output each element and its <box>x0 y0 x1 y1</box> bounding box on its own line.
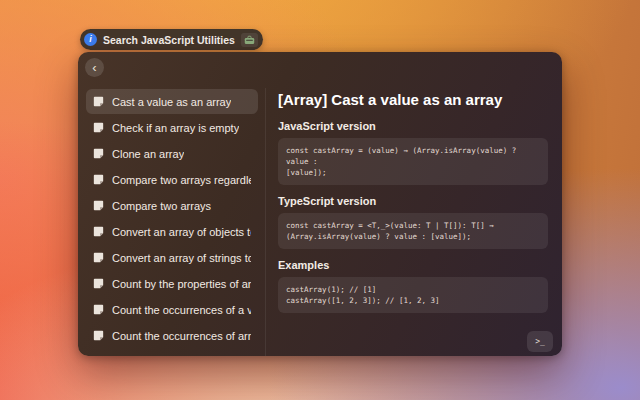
section-heading: JavaScript version <box>278 120 548 132</box>
list-item[interactable]: Clone an array <box>86 141 258 166</box>
info-icon: i <box>84 33 97 46</box>
detail-pane: [Array] Cast a value as an array JavaScr… <box>266 88 562 356</box>
list-item[interactable]: Count the occurrences of a val... <box>86 297 258 322</box>
document-icon <box>93 226 104 237</box>
document-icon <box>93 174 104 185</box>
window-body: Cast a value as an array Check if an arr… <box>78 88 562 356</box>
document-icon <box>93 252 104 263</box>
briefcase-icon <box>241 33 258 47</box>
list-item[interactable]: Compare two arrays regardless... <box>86 167 258 192</box>
terminal-prompt-icon: >_ <box>535 337 545 346</box>
list-item-label: Convert an array of objects to a... <box>112 226 251 238</box>
list-item-label: Compare two arrays regardless... <box>112 174 251 186</box>
list-item[interactable]: Convert an array of strings to n... <box>86 245 258 270</box>
document-icon <box>93 330 104 341</box>
detail-section: TypeScript version const castArray = <T,… <box>278 195 548 249</box>
section-heading: TypeScript version <box>278 195 548 207</box>
section-heading: Examples <box>278 259 548 271</box>
list-item-label: Convert an array of strings to n... <box>112 252 251 264</box>
list-item-label: Count the occurrences of a val... <box>112 304 251 316</box>
code-block: const castArray = (value) ⇒ (Array.isArr… <box>278 138 548 185</box>
list-item-label: Create an array of cumulative... <box>112 356 251 357</box>
list-item[interactable]: Cast a value as an array <box>86 89 258 114</box>
list-item[interactable]: Count the occurrences of array... <box>86 323 258 348</box>
document-icon <box>93 96 104 107</box>
command-tooltip: i Search JavaScript Utilities <box>80 29 263 50</box>
code-block: const castArray = <T,_>(value: T | T[]):… <box>278 213 548 249</box>
list-item-label: Compare two arrays <box>112 200 211 212</box>
document-icon <box>93 200 104 211</box>
list-item-label: Count the occurrences of array... <box>112 330 251 342</box>
list-item[interactable]: Convert an array of objects to a... <box>86 219 258 244</box>
desktop-background: { "tooltip": { "label": "Search JavaScri… <box>0 0 640 400</box>
detail-section: JavaScript version const castArray = (va… <box>278 120 548 185</box>
detail-title: [Array] Cast a value as an array <box>278 90 548 110</box>
list-item[interactable]: Check if an array is empty <box>86 115 258 140</box>
list-item[interactable]: Create an array of cumulative... <box>86 349 258 356</box>
app-window: ‹ Cast a value as an array Check if an a… <box>78 52 562 356</box>
terminal-button[interactable]: >_ <box>527 331 553 352</box>
document-icon <box>93 148 104 159</box>
utility-list[interactable]: Cast a value as an array Check if an arr… <box>78 88 265 356</box>
window-header: ‹ <box>78 52 562 88</box>
code-block: castArray(1); // [1] castArray([1, 2, 3]… <box>278 277 548 313</box>
document-icon <box>93 122 104 133</box>
detail-section: Examples castArray(1); // [1] castArray(… <box>278 259 548 313</box>
list-item[interactable]: Compare two arrays <box>86 193 258 218</box>
detail-sections: JavaScript version const castArray = (va… <box>278 120 548 313</box>
list-item[interactable]: Count by the properties of an a... <box>86 271 258 296</box>
list-item-label: Count by the properties of an a... <box>112 278 251 290</box>
command-tooltip-label: Search JavaScript Utilities <box>103 34 235 46</box>
document-icon <box>93 278 104 289</box>
list-item-label: Cast a value as an array <box>112 96 231 108</box>
back-button[interactable]: ‹ <box>85 58 104 77</box>
list-item-label: Clone an array <box>112 148 184 160</box>
list-item-label: Check if an array is empty <box>112 122 239 134</box>
document-icon <box>93 304 104 315</box>
